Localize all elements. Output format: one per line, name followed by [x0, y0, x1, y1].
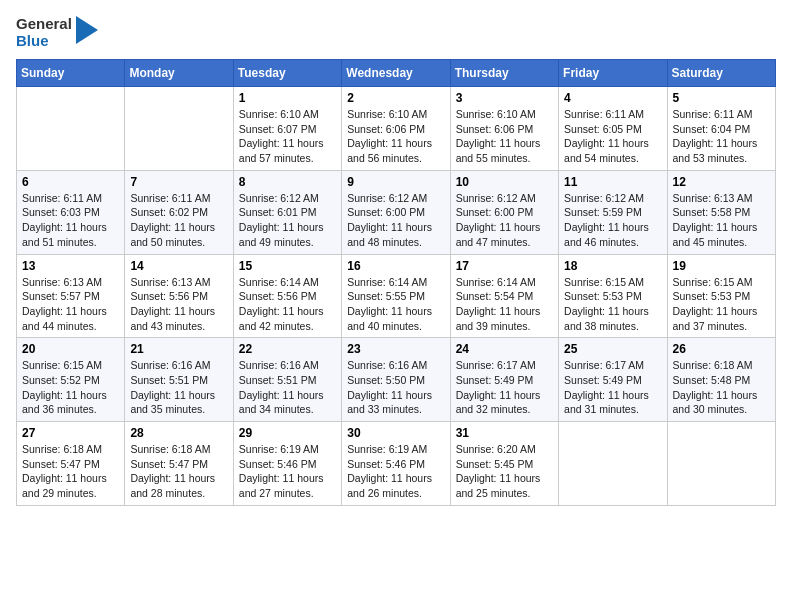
cell-info-line: Sunset: 5:47 PM — [130, 457, 227, 472]
cell-info-line: and 53 minutes. — [673, 151, 770, 166]
calendar-cell: 11Sunrise: 6:12 AMSunset: 5:59 PMDayligh… — [559, 170, 667, 254]
cell-info-line: Sunrise: 6:17 AM — [456, 358, 553, 373]
calendar-cell: 2Sunrise: 6:10 AMSunset: 6:06 PMDaylight… — [342, 87, 450, 171]
cell-info-line: Daylight: 11 hours — [564, 136, 661, 151]
day-number: 2 — [347, 91, 444, 105]
day-number: 1 — [239, 91, 336, 105]
cell-info-line: Sunrise: 6:18 AM — [673, 358, 770, 373]
cell-info-line: Sunrise: 6:12 AM — [564, 191, 661, 206]
cell-info-line: Sunrise: 6:12 AM — [239, 191, 336, 206]
calendar-cell: 28Sunrise: 6:18 AMSunset: 5:47 PMDayligh… — [125, 422, 233, 506]
cell-info-line: and 50 minutes. — [130, 235, 227, 250]
day-number: 18 — [564, 259, 661, 273]
cell-info-line: Sunset: 6:00 PM — [347, 205, 444, 220]
logo-arrow-icon — [76, 16, 98, 46]
page-header: General Blue — [16, 16, 776, 49]
cell-info-line: Sunrise: 6:10 AM — [239, 107, 336, 122]
cell-info-line: Daylight: 11 hours — [22, 388, 119, 403]
cell-info-line: Sunrise: 6:15 AM — [673, 275, 770, 290]
calendar-cell — [125, 87, 233, 171]
cell-info-line: and 32 minutes. — [456, 402, 553, 417]
cell-info-line: Daylight: 11 hours — [130, 388, 227, 403]
day-number: 25 — [564, 342, 661, 356]
cell-info-line: Sunset: 5:59 PM — [564, 205, 661, 220]
calendar-cell: 12Sunrise: 6:13 AMSunset: 5:58 PMDayligh… — [667, 170, 775, 254]
cell-info-line: Sunset: 6:06 PM — [456, 122, 553, 137]
cell-info-line: Sunrise: 6:10 AM — [347, 107, 444, 122]
cell-info-line: and 36 minutes. — [22, 402, 119, 417]
cell-info-line: Daylight: 11 hours — [673, 136, 770, 151]
cell-info-line: Sunrise: 6:12 AM — [456, 191, 553, 206]
day-number: 14 — [130, 259, 227, 273]
day-number: 5 — [673, 91, 770, 105]
weekday-header: Thursday — [450, 60, 558, 87]
cell-info-line: Daylight: 11 hours — [673, 220, 770, 235]
cell-info-line: and 37 minutes. — [673, 319, 770, 334]
cell-info-line: Daylight: 11 hours — [239, 136, 336, 151]
cell-info-line: Sunset: 5:56 PM — [130, 289, 227, 304]
cell-info-line: Sunset: 5:49 PM — [456, 373, 553, 388]
cell-info-line: Sunset: 6:00 PM — [456, 205, 553, 220]
cell-info-line: and 44 minutes. — [22, 319, 119, 334]
calendar-week-row: 20Sunrise: 6:15 AMSunset: 5:52 PMDayligh… — [17, 338, 776, 422]
day-number: 21 — [130, 342, 227, 356]
day-number: 9 — [347, 175, 444, 189]
cell-info-line: Sunset: 5:56 PM — [239, 289, 336, 304]
cell-info-line: Daylight: 11 hours — [130, 304, 227, 319]
calendar-week-row: 1Sunrise: 6:10 AMSunset: 6:07 PMDaylight… — [17, 87, 776, 171]
cell-info-line: Daylight: 11 hours — [456, 304, 553, 319]
cell-info-line: Sunset: 5:50 PM — [347, 373, 444, 388]
calendar-cell: 26Sunrise: 6:18 AMSunset: 5:48 PMDayligh… — [667, 338, 775, 422]
cell-info-line: and 39 minutes. — [456, 319, 553, 334]
cell-info-line: Sunrise: 6:15 AM — [564, 275, 661, 290]
cell-info-line: Sunset: 6:02 PM — [130, 205, 227, 220]
cell-info-line: Sunrise: 6:11 AM — [22, 191, 119, 206]
calendar-cell: 25Sunrise: 6:17 AMSunset: 5:49 PMDayligh… — [559, 338, 667, 422]
cell-info-line: Daylight: 11 hours — [347, 471, 444, 486]
cell-info-line: Sunrise: 6:18 AM — [22, 442, 119, 457]
cell-info-line: Daylight: 11 hours — [130, 220, 227, 235]
cell-info-line: Daylight: 11 hours — [239, 220, 336, 235]
calendar-week-row: 27Sunrise: 6:18 AMSunset: 5:47 PMDayligh… — [17, 422, 776, 506]
cell-info-line: Daylight: 11 hours — [347, 136, 444, 151]
cell-info-line: and 28 minutes. — [130, 486, 227, 501]
calendar-cell: 4Sunrise: 6:11 AMSunset: 6:05 PMDaylight… — [559, 87, 667, 171]
cell-info-line: Sunrise: 6:11 AM — [130, 191, 227, 206]
day-number: 28 — [130, 426, 227, 440]
cell-info-line: Sunrise: 6:13 AM — [673, 191, 770, 206]
cell-info-line: Sunrise: 6:16 AM — [347, 358, 444, 373]
cell-info-line: and 38 minutes. — [564, 319, 661, 334]
calendar-cell: 13Sunrise: 6:13 AMSunset: 5:57 PMDayligh… — [17, 254, 125, 338]
cell-info-line: and 43 minutes. — [130, 319, 227, 334]
calendar-cell: 8Sunrise: 6:12 AMSunset: 6:01 PMDaylight… — [233, 170, 341, 254]
day-number: 30 — [347, 426, 444, 440]
cell-info-line: Daylight: 11 hours — [564, 304, 661, 319]
calendar-week-row: 6Sunrise: 6:11 AMSunset: 6:03 PMDaylight… — [17, 170, 776, 254]
cell-info-line: Sunset: 5:52 PM — [22, 373, 119, 388]
cell-info-line: and 51 minutes. — [22, 235, 119, 250]
day-number: 24 — [456, 342, 553, 356]
cell-info-line: Sunset: 5:55 PM — [347, 289, 444, 304]
day-number: 11 — [564, 175, 661, 189]
calendar-cell: 14Sunrise: 6:13 AMSunset: 5:56 PMDayligh… — [125, 254, 233, 338]
cell-info-line: Sunset: 5:53 PM — [564, 289, 661, 304]
cell-info-line: Sunrise: 6:12 AM — [347, 191, 444, 206]
cell-info-line: Sunset: 5:47 PM — [22, 457, 119, 472]
day-number: 13 — [22, 259, 119, 273]
cell-info-line: Sunset: 5:51 PM — [239, 373, 336, 388]
cell-info-line: Sunset: 5:54 PM — [456, 289, 553, 304]
cell-info-line: Sunset: 6:07 PM — [239, 122, 336, 137]
weekday-header: Saturday — [667, 60, 775, 87]
calendar-cell: 10Sunrise: 6:12 AMSunset: 6:00 PMDayligh… — [450, 170, 558, 254]
calendar-cell: 9Sunrise: 6:12 AMSunset: 6:00 PMDaylight… — [342, 170, 450, 254]
cell-info-line: Sunrise: 6:11 AM — [673, 107, 770, 122]
day-number: 22 — [239, 342, 336, 356]
cell-info-line: Daylight: 11 hours — [130, 471, 227, 486]
day-number: 19 — [673, 259, 770, 273]
cell-info-line: and 49 minutes. — [239, 235, 336, 250]
cell-info-line: and 45 minutes. — [673, 235, 770, 250]
calendar-cell: 1Sunrise: 6:10 AMSunset: 6:07 PMDaylight… — [233, 87, 341, 171]
calendar-cell: 31Sunrise: 6:20 AMSunset: 5:45 PMDayligh… — [450, 422, 558, 506]
weekday-header: Monday — [125, 60, 233, 87]
cell-info-line: and 26 minutes. — [347, 486, 444, 501]
